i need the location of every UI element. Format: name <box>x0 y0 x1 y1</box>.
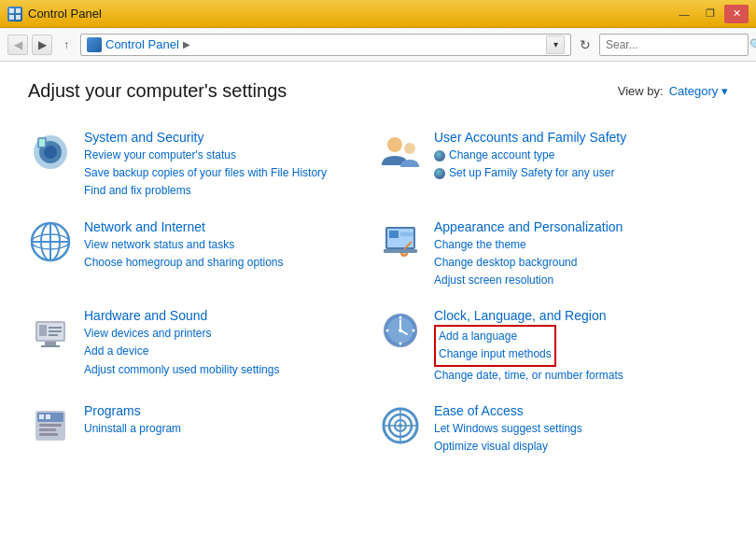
breadcrumb-folder-icon <box>87 37 102 52</box>
programs-content: Programs Uninstall a program <box>84 403 369 438</box>
user-title[interactable]: User Accounts and Family Safety <box>434 130 719 145</box>
app-icon <box>7 7 22 21</box>
category-clock: Clock, Language, and Region Add a langua… <box>378 299 728 394</box>
search-icon: 🔍 <box>749 38 756 51</box>
hardware-link-2[interactable]: Adjust commonly used mobility settings <box>84 361 369 379</box>
clock-icon <box>378 308 423 353</box>
close-button[interactable]: ✕ <box>724 5 749 23</box>
svg-rect-47 <box>39 433 58 436</box>
category-programs: Programs Uninstall a program <box>28 394 378 465</box>
system-link-1[interactable]: Save backup copies of your files with Fi… <box>84 164 369 182</box>
appearance-icon <box>378 219 423 264</box>
breadcrumb-link[interactable]: Control Panel <box>105 37 179 51</box>
hardware-link-1[interactable]: Add a device <box>84 343 369 360</box>
svg-point-37 <box>399 316 402 319</box>
category-ease: Ease of Access Let Windows suggest setti… <box>378 394 728 465</box>
svg-rect-29 <box>45 342 56 345</box>
programs-icon <box>28 403 73 448</box>
svg-rect-45 <box>39 424 62 427</box>
window-controls: — ❐ ✕ <box>672 5 749 23</box>
user-content: User Accounts and Family Safety Change a… <box>434 130 719 182</box>
svg-point-9 <box>387 137 402 152</box>
category-network: Network and Internet View network status… <box>28 210 378 300</box>
svg-rect-2 <box>9 15 14 20</box>
breadcrumb-arrow: ▶ <box>183 39 190 49</box>
category-system: System and Security Review your computer… <box>28 120 378 210</box>
clock-content: Clock, Language, and Region Add a langua… <box>434 308 719 385</box>
svg-rect-22 <box>384 249 417 253</box>
svg-rect-8 <box>39 139 45 147</box>
user-link-0[interactable]: Change account type <box>434 147 719 164</box>
svg-point-38 <box>399 343 402 345</box>
svg-rect-43 <box>39 414 44 419</box>
system-link-0[interactable]: Review your computer's status <box>84 147 369 164</box>
system-link-2[interactable]: Find and fix problems <box>84 182 369 200</box>
ease-link-0[interactable]: Let Windows suggest settings <box>434 420 719 438</box>
svg-rect-28 <box>49 334 58 336</box>
system-title[interactable]: System and Security <box>84 130 369 145</box>
user-link-1[interactable]: Set up Family Safety for any user <box>434 164 719 182</box>
svg-rect-27 <box>49 330 62 332</box>
programs-title[interactable]: Programs <box>84 403 369 418</box>
appearance-content: Appearance and Personalization Change th… <box>434 219 719 290</box>
main-content: Adjust your computer's settings View by:… <box>0 62 756 547</box>
ease-link-1[interactable]: Optimize visual display <box>434 438 719 456</box>
hardware-link-0[interactable]: View devices and printers <box>84 325 369 343</box>
network-content: Network and Internet View network status… <box>84 219 369 272</box>
back-button[interactable]: ◀ <box>7 35 28 55</box>
appearance-link-2[interactable]: Adjust screen resolution <box>434 272 719 289</box>
svg-rect-3 <box>16 15 21 20</box>
appearance-link-0[interactable]: Change the theme <box>434 236 719 254</box>
programs-link-0[interactable]: Uninstall a program <box>84 420 369 438</box>
titlebar-left: Control Panel <box>7 7 102 21</box>
categories-grid: System and Security Review your computer… <box>28 120 728 465</box>
network-link-1[interactable]: Choose homegroup and sharing options <box>84 254 369 272</box>
clock-title[interactable]: Clock, Language, and Region <box>434 308 719 323</box>
clock-link-2[interactable]: Change date, time, or number formats <box>434 367 719 385</box>
svg-point-39 <box>386 330 389 332</box>
network-icon <box>28 219 73 264</box>
category-appearance: Appearance and Personalization Change th… <box>378 210 728 300</box>
appearance-title[interactable]: Appearance and Personalization <box>434 219 719 234</box>
hardware-icon <box>28 308 73 353</box>
network-title[interactable]: Network and Internet <box>84 219 369 234</box>
view-by-dropdown[interactable]: Category ▾ <box>669 84 728 98</box>
hardware-title[interactable]: Hardware and Sound <box>84 308 369 323</box>
search-bar: 🔍 <box>599 34 749 56</box>
ease-content: Ease of Access Let Windows suggest setti… <box>434 403 719 456</box>
system-icon <box>28 130 73 175</box>
svg-rect-46 <box>39 428 56 431</box>
search-input[interactable] <box>606 38 746 51</box>
svg-rect-26 <box>49 327 62 329</box>
appearance-link-1[interactable]: Change desktop background <box>434 254 719 272</box>
svg-rect-25 <box>39 325 47 336</box>
address-bar: ◀ ▶ ↑ Control Panel ▶ ▾ ↻ 🔍 <box>0 28 756 62</box>
user-icon <box>378 130 423 175</box>
hardware-content: Hardware and Sound View devices and prin… <box>84 308 369 379</box>
titlebar: Control Panel — ❐ ✕ <box>0 0 756 28</box>
breadcrumb-dropdown[interactable]: ▾ <box>546 35 565 54</box>
page-title: Adjust your computer's settings <box>28 80 287 102</box>
maximize-button[interactable]: ❐ <box>698 5 722 23</box>
up-button[interactable]: ↑ <box>56 35 77 55</box>
svg-rect-44 <box>46 414 50 419</box>
link-icon-1 <box>434 168 445 179</box>
network-link-0[interactable]: View network status and tasks <box>84 236 369 254</box>
forward-button[interactable]: ▶ <box>32 35 52 55</box>
view-by: View by: Category ▾ <box>618 84 728 98</box>
svg-rect-19 <box>400 232 413 236</box>
category-hardware: Hardware and Sound View devices and prin… <box>28 299 378 394</box>
category-user: User Accounts and Family Safety Change a… <box>378 120 728 210</box>
refresh-button[interactable]: ↻ <box>575 35 595 55</box>
page-header: Adjust your computer's settings View by:… <box>28 80 728 102</box>
highlighted-links-box: Add a language Change input methods <box>434 325 556 366</box>
svg-point-40 <box>413 330 415 332</box>
clock-link-1[interactable]: Change input methods <box>439 345 552 363</box>
svg-point-10 <box>404 143 415 154</box>
svg-rect-1 <box>16 8 21 13</box>
clock-link-0[interactable]: Add a language <box>439 328 552 345</box>
minimize-button[interactable]: — <box>672 5 696 23</box>
ease-title[interactable]: Ease of Access <box>434 403 719 418</box>
svg-rect-18 <box>389 231 399 238</box>
svg-rect-0 <box>9 8 14 13</box>
